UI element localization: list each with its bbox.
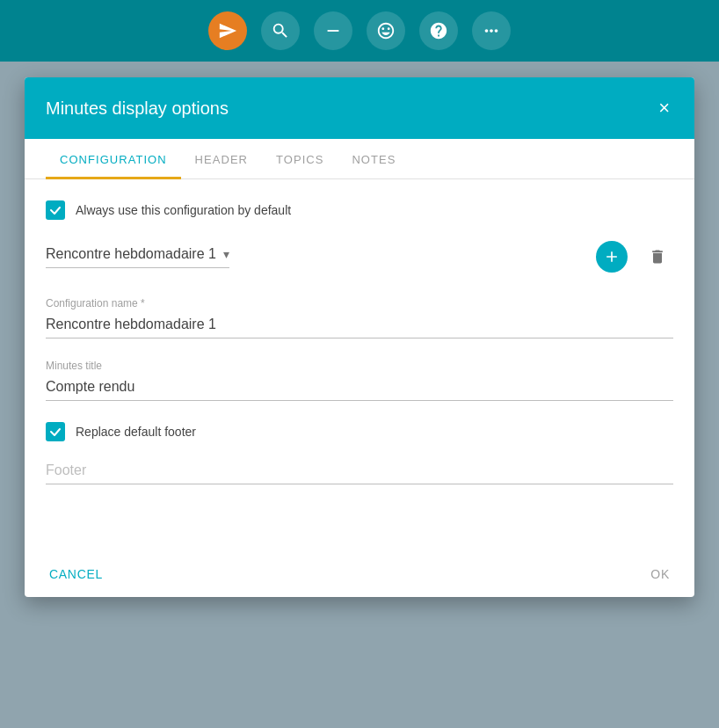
tab-notes[interactable]: NOTES bbox=[338, 139, 410, 179]
close-button[interactable]: × bbox=[655, 95, 673, 121]
add-configuration-button[interactable] bbox=[596, 241, 628, 273]
minutes-title-input[interactable] bbox=[46, 375, 673, 401]
help-icon[interactable] bbox=[419, 11, 458, 50]
search-icon[interactable] bbox=[261, 11, 300, 50]
delete-configuration-button[interactable] bbox=[642, 241, 673, 273]
dialog-footer: CANCEL OK bbox=[25, 551, 694, 597]
dialog-header: Minutes display options × bbox=[25, 77, 694, 139]
replace-footer-row: Replace default footer bbox=[46, 422, 673, 441]
more-options-icon[interactable] bbox=[472, 11, 511, 50]
default-config-row: Always use this configuration by default bbox=[46, 200, 673, 220]
config-name-input[interactable] bbox=[46, 313, 673, 339]
cancel-button[interactable]: CANCEL bbox=[39, 558, 113, 590]
minutes-title-label: Minutes title bbox=[46, 360, 673, 372]
ok-button[interactable]: OK bbox=[640, 558, 680, 590]
tab-configuration[interactable]: CONFIGURATION bbox=[46, 139, 181, 179]
tab-bar: CONFIGURATION HEADER TOPICS NOTES bbox=[25, 139, 694, 179]
app-background: Minutes display options × CONFIGURATION … bbox=[0, 0, 719, 728]
smiley-icon[interactable] bbox=[367, 11, 405, 50]
minus-icon[interactable] bbox=[314, 11, 352, 50]
config-name-field: Configuration name * bbox=[46, 297, 673, 339]
dialog-body: Always use this configuration by default… bbox=[25, 179, 694, 551]
dropdown-value: Rencontre hebdomadaire 1 bbox=[46, 246, 216, 262]
tab-topics[interactable]: TOPICS bbox=[262, 139, 338, 179]
configuration-dropdown[interactable]: Rencontre hebdomadaire 1 ▾ bbox=[46, 246, 229, 268]
chevron-down-icon: ▾ bbox=[223, 247, 229, 261]
toolbar bbox=[0, 0, 719, 62]
default-config-label: Always use this configuration by default bbox=[76, 203, 291, 217]
config-name-label: Configuration name * bbox=[46, 297, 673, 309]
default-config-checkbox[interactable] bbox=[46, 200, 65, 220]
dialog-title: Minutes display options bbox=[46, 98, 229, 119]
send-icon[interactable] bbox=[208, 11, 247, 50]
footer-field bbox=[46, 459, 673, 484]
footer-input[interactable] bbox=[46, 459, 673, 484]
replace-footer-label: Replace default footer bbox=[76, 425, 196, 439]
configuration-dropdown-row: Rencontre hebdomadaire 1 ▾ bbox=[46, 241, 673, 273]
minutes-title-field: Minutes title bbox=[46, 360, 673, 401]
tab-header[interactable]: HEADER bbox=[181, 139, 262, 179]
replace-footer-checkbox[interactable] bbox=[46, 422, 65, 441]
minutes-display-options-dialog: Minutes display options × CONFIGURATION … bbox=[25, 77, 694, 597]
